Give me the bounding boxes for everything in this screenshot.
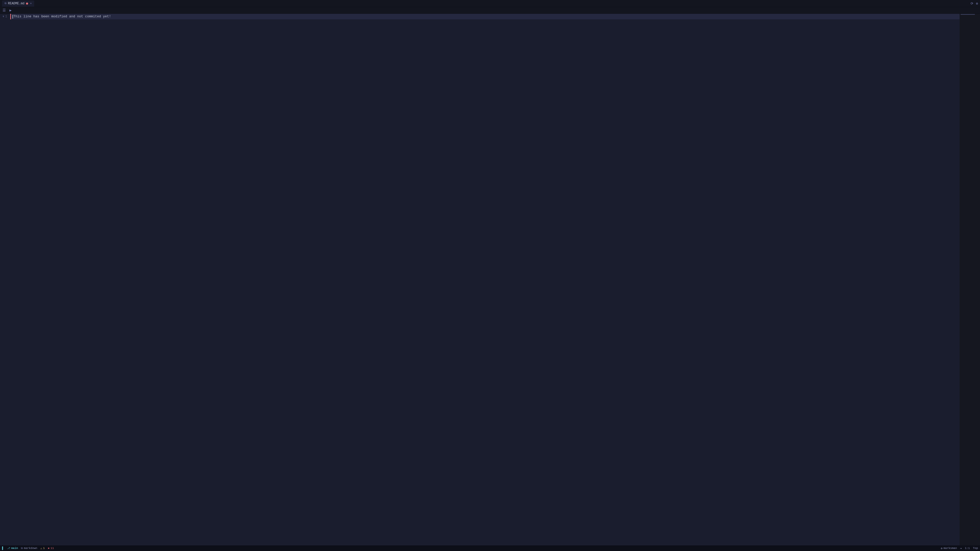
editor-tab[interactable]: ⧉ README.md × (2, 0, 34, 6)
warnings-item[interactable]: ⚠ 1 (40, 547, 45, 550)
fold-indicator: ∨ (3, 14, 4, 19)
sync-icon[interactable]: ⟳ (970, 2, 974, 6)
settings-gear-icon: ⚙ (941, 547, 942, 550)
branch-name: main (11, 547, 18, 550)
tab-modified-dot (26, 3, 28, 5)
status-branch[interactable]: ⎇ main (7, 547, 18, 550)
toolbar: ☰ ▶ (0, 7, 980, 14)
indent-item[interactable]: ⇥ (960, 547, 962, 550)
tab-filename: README.md (8, 2, 24, 5)
tab-close-button[interactable]: × (30, 2, 32, 5)
filetype-item[interactable]: ⧉ markdown (21, 547, 37, 550)
warnings-icon: ⚠ (40, 547, 42, 550)
errors-count: 11 (51, 547, 54, 550)
warnings-count: 1 (43, 547, 45, 550)
indent-icon: ⇥ (960, 547, 962, 550)
filetype-icon: ⧉ (21, 547, 23, 550)
lsp-name: marksman (943, 547, 957, 550)
editor-content[interactable]: This line has been modified and not comm… (9, 14, 959, 545)
file-type-icon: ⧉ (5, 2, 6, 5)
status-right: ⚙ marksman ⇥ 1:1 Top (941, 547, 978, 550)
line-1-text: This line has been modified and not comm… (14, 14, 111, 19)
play-button[interactable]: ▶ (8, 8, 13, 13)
cursor-position: 1:1 (965, 547, 970, 550)
menu-button[interactable]: ☰ (2, 8, 7, 13)
title-bar: ⧉ README.md × ⟳ ⚙ (0, 0, 980, 7)
git-modified-bar (10, 14, 11, 19)
branch-icon: ⎇ (7, 547, 10, 550)
lsp-settings[interactable]: ⚙ marksman (941, 547, 957, 550)
header-icons: ⟳ ⚙ (970, 2, 978, 6)
scroll-position: Top (973, 547, 978, 550)
filetype-label: markdown (24, 547, 37, 550)
minimap (959, 14, 980, 545)
minimap-line-1 (961, 14, 975, 15)
errors-item[interactable]: ✖ 11 (48, 547, 54, 550)
cursor (13, 15, 13, 19)
status-bar: ⎇ main ⧉ markdown ⚠ 1 ✖ 11 ⚙ marksman ⇥ … (0, 545, 980, 551)
editor-line-1: This line has been modified and not comm… (10, 14, 959, 19)
errors-icon: ✖ (48, 547, 49, 550)
settings-icon[interactable]: ⚙ (976, 2, 978, 6)
cursor-pos-text: 1:1 (965, 547, 970, 550)
line-numbers: ∨ 1 (0, 14, 9, 545)
scroll-pos-text: Top (973, 547, 978, 550)
line-number-1: ∨ 1 (1, 14, 7, 19)
editor-container: ∨ 1 This line has been modified and not … (0, 14, 980, 545)
line-num-text: 1 (5, 14, 7, 19)
status-indicator-bar (2, 546, 3, 550)
status-left: ⎇ main ⧉ markdown ⚠ 1 ✖ 11 (2, 546, 54, 550)
